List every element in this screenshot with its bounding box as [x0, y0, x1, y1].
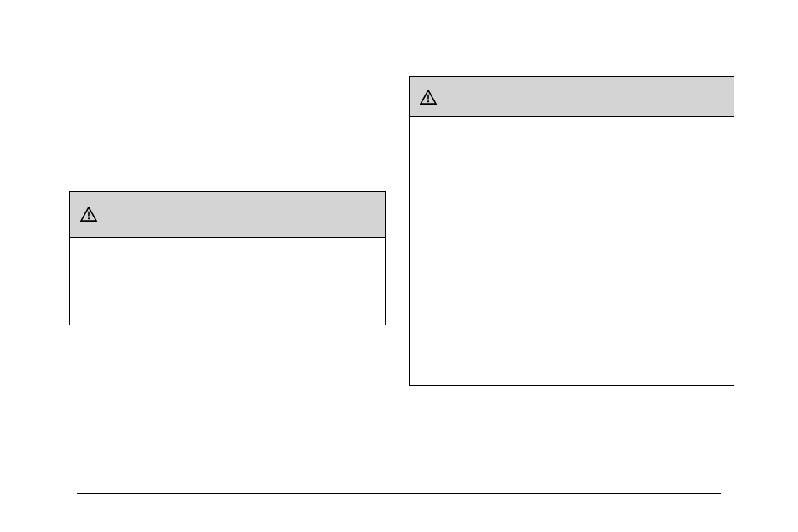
svg-point-2	[88, 217, 90, 219]
info-box-left-body	[70, 238, 385, 325]
warning-icon	[80, 207, 97, 222]
info-box-left-header	[70, 192, 385, 238]
info-box-right-header	[410, 77, 734, 117]
svg-point-5	[427, 100, 429, 102]
warning-icon	[420, 90, 437, 105]
info-box-left	[69, 191, 386, 325]
info-box-right-body	[410, 117, 734, 385]
footer-divider	[77, 493, 721, 494]
info-box-right	[409, 76, 734, 386]
